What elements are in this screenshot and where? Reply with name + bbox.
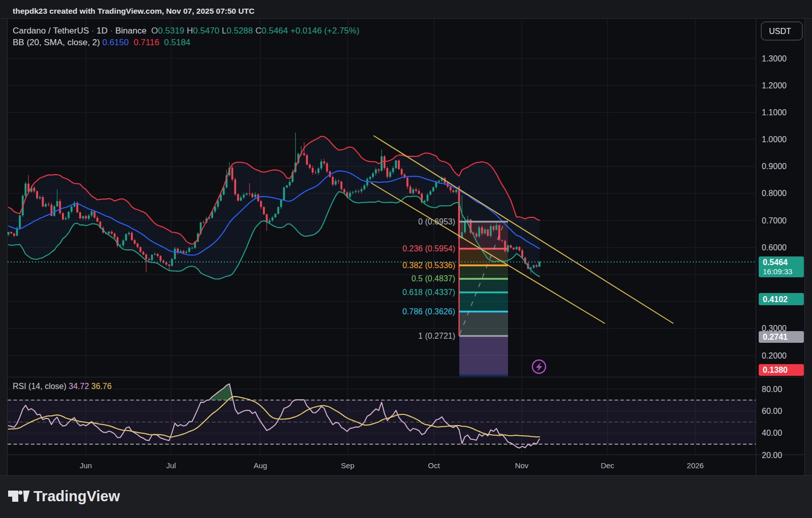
svg-text:2026: 2026	[687, 461, 703, 470]
svg-text:Aug: Aug	[254, 461, 267, 470]
svg-text:40.00: 40.00	[762, 429, 782, 437]
svg-text:0.8000: 0.8000	[762, 189, 787, 198]
svg-text:Oct: Oct	[428, 461, 440, 470]
svg-text:0.1380: 0.1380	[763, 366, 788, 374]
svg-text:1.3000: 1.3000	[762, 54, 787, 63]
svg-text:Jul: Jul	[166, 461, 176, 470]
svg-text:Nov: Nov	[515, 461, 529, 470]
svg-text:16:09:33: 16:09:33	[763, 267, 792, 276]
svg-text:0.4102: 0.4102	[763, 295, 788, 304]
svg-text:Jun: Jun	[80, 461, 92, 470]
svg-text:0.236 (0.5954): 0.236 (0.5954)	[402, 244, 455, 253]
svg-text:0.5464: 0.5464	[763, 258, 788, 267]
svg-text:thepdk23 created with TradingV: thepdk23 created with TradingView.com, N…	[13, 7, 254, 15]
svg-text:0.2741: 0.2741	[763, 333, 788, 341]
svg-text:0.6000: 0.6000	[762, 243, 787, 252]
svg-text:0.5 (0.4837): 0.5 (0.4837)	[412, 274, 455, 283]
svg-text:60.00: 60.00	[762, 407, 782, 415]
svg-text:0.618 (0.4337): 0.618 (0.4337)	[402, 288, 455, 297]
svg-text:Dec: Dec	[601, 461, 615, 470]
svg-text:TradingView: TradingView	[33, 488, 120, 504]
svg-text:0.786 (0.3626): 0.786 (0.3626)	[402, 307, 455, 316]
svg-text:USDT: USDT	[769, 27, 791, 36]
svg-text:Cardano / TetherUS · 1D · Bina: Cardano / TetherUS · 1D · Binance O0.531…	[13, 26, 359, 36]
svg-text:RSI (14, close) 34.72 36.76: RSI (14, close) 34.72 36.76	[13, 382, 112, 391]
svg-text:0.7000: 0.7000	[762, 216, 787, 225]
svg-text:BB (20, SMA, close, 2) 0.6150: BB (20, SMA, close, 2) 0.6150 0.7116 0.5…	[13, 38, 190, 47]
svg-text:1 (0.2721): 1 (0.2721)	[418, 332, 455, 340]
svg-text:1.2000: 1.2000	[762, 81, 787, 90]
svg-text:0.9000: 0.9000	[762, 162, 787, 171]
svg-text:1.1000: 1.1000	[762, 108, 787, 117]
svg-text:1.0000: 1.0000	[762, 135, 787, 144]
svg-text:20.00: 20.00	[762, 451, 782, 460]
svg-text:0 (0.6953): 0 (0.6953)	[418, 217, 455, 226]
svg-text:Sep: Sep	[341, 461, 355, 470]
svg-text:80.00: 80.00	[762, 385, 782, 394]
svg-text:0.2000: 0.2000	[762, 351, 787, 360]
